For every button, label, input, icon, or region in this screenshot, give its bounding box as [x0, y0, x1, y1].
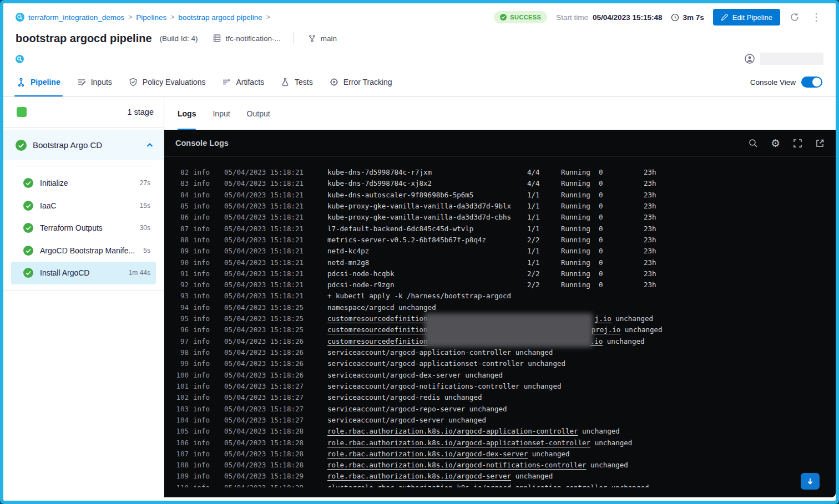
breadcrumb-link[interactable]: bootstrap argocd pipeline — [178, 13, 262, 22]
search-icon[interactable] — [749, 139, 758, 148]
log-line: 107info05/04/2023 15:18:28role.rbac.auth… — [174, 449, 836, 460]
log-message: clusterrole.rbac.authorization.k8s.io/ar… — [327, 482, 836, 487]
harness-module-icon — [16, 55, 24, 63]
log-timestamp: 05/04/2023 15:18:21 — [224, 212, 304, 223]
log-link[interactable]: proj.io — [592, 325, 621, 334]
duration-value: 3m 7s — [683, 13, 704, 22]
step-success-icon — [23, 201, 33, 211]
log-link[interactable]: role.rbac.authorization.k8s.io/argocd-ap… — [327, 427, 578, 435]
log-text: serviceaccount/argocd-application-contro… — [327, 348, 553, 357]
scroll-to-bottom-button[interactable] — [801, 473, 820, 490]
edit-pipeline-button[interactable]: Edit Pipeline — [713, 9, 780, 26]
log-message: role.rbac.authorization.k8s.io/argocd-ap… — [327, 437, 836, 449]
pod-ready: 1/1 — [527, 201, 540, 212]
user-avatar-icon[interactable] — [745, 54, 755, 64]
log-tab-input[interactable]: Input — [213, 97, 230, 130]
log-timestamp: 05/04/2023 15:18:21 — [224, 223, 304, 235]
divider — [293, 32, 294, 44]
step-item[interactable]: Terraform Outputs30s — [11, 217, 156, 240]
step-item[interactable]: Initialize27s — [11, 172, 156, 195]
step-item[interactable]: Install ArgoCD1m 44s — [11, 262, 156, 284]
log-line-number: 98 — [174, 347, 189, 358]
log-message: role.rbac.authorization.k8s.io/argocd-ap… — [327, 426, 836, 437]
log-line-number: 91 — [174, 268, 189, 279]
log-text: serviceaccount/argocd-dex-server unchang… — [327, 371, 503, 379]
branch-chip[interactable]: main — [308, 34, 337, 43]
pod-restarts: 0 — [599, 246, 603, 257]
repo-chip[interactable]: tfc-notification-... — [213, 34, 281, 43]
step-success-icon — [23, 268, 33, 278]
pod-name: metrics-server-v0.5.2-6bf845b67f-p8q4z — [327, 236, 486, 244]
log-level: info — [193, 201, 210, 212]
log-timestamp: 05/04/2023 15:18:27 — [224, 381, 304, 392]
log-level: info — [193, 212, 210, 223]
log-link[interactable]: j.io — [595, 314, 611, 323]
chevron-up-icon[interactable] — [146, 141, 154, 149]
log-content: LogsInputOutput Console Logs ⚙ — [164, 97, 836, 497]
pod-name: kube-dns-7d5998784c-xj8x2 — [327, 179, 432, 187]
log-line: 97info05/04/2023 15:18:26customresourced… — [174, 336, 836, 347]
repo-name: tfc-notification-... — [226, 34, 281, 43]
pod-ready: 1/1 — [527, 212, 540, 223]
log-message: kube-dns-autoscaler-9f89698b6-5p6m51/1Ru… — [327, 190, 836, 201]
tab-inputs[interactable]: Inputs — [77, 68, 112, 96]
log-timestamp: 05/04/2023 15:18:28 — [224, 449, 304, 460]
console-header: Console Logs ⚙ — [164, 130, 836, 157]
log-message: pdcsi-node-hcqbk2/2Running023h — [327, 268, 836, 279]
tab-tests[interactable]: Tests — [281, 68, 313, 96]
log-line-number: 105 — [174, 426, 189, 437]
log-timestamp: 05/04/2023 15:18:21 — [224, 257, 304, 268]
more-options-button[interactable]: ⋮ — [809, 12, 823, 22]
stage-row[interactable]: Bootstrap Argo CD — [3, 130, 164, 160]
step-name: Initialize — [40, 179, 68, 187]
log-link[interactable]: role.rbac.authorization.k8s.io/argocd-de… — [327, 450, 528, 458]
fullscreen-icon[interactable] — [793, 139, 802, 148]
pod-restarts: 0 — [599, 268, 603, 279]
log-link[interactable]: customresourcedefinition — [327, 314, 428, 323]
pod-age: 23h — [644, 167, 656, 178]
step-item[interactable]: IaaC15s — [11, 195, 156, 217]
settings-gear-icon[interactable]: ⚙ — [771, 138, 780, 149]
step-duration: 30s — [140, 224, 150, 232]
log-line: 94info05/04/2023 15:18:25namespace/argoc… — [174, 302, 836, 313]
log-line: 91info05/04/2023 15:18:21pdcsi-node-hcqb… — [174, 268, 836, 279]
log-timestamp: 05/04/2023 15:18:25 — [224, 302, 304, 313]
open-in-new-icon[interactable] — [815, 139, 825, 148]
log-link[interactable]: role.rbac.authorization.k8s.io/argocd-ap… — [327, 439, 590, 447]
log-link[interactable]: customresourcedefinition — [327, 325, 428, 334]
pod-name: netd-kc4pz — [327, 247, 369, 255]
status-label: SUCCESS — [510, 14, 541, 21]
console-view-label: Console View — [750, 78, 796, 86]
success-check-icon — [500, 14, 507, 21]
log-level: info — [193, 437, 210, 449]
log-line: 108info05/04/2023 15:18:28role.rbac.auth… — [174, 460, 836, 471]
log-tab-output[interactable]: Output — [247, 97, 270, 130]
log-link[interactable]: role.rbac.authorization.k8s.io/argocd-no… — [327, 461, 587, 469]
step-duration: 1m 44s — [129, 269, 150, 277]
pod-restarts: 0 — [599, 212, 603, 223]
tab-artifacts[interactable]: Artifacts — [222, 68, 264, 96]
log-link[interactable]: .io — [590, 337, 603, 345]
step-item[interactable]: ArgoCD Bootstrap Manife...5s — [11, 240, 156, 262]
tab-policy-evaluations[interactable]: Policy Evaluations — [129, 68, 206, 96]
tab-error-tracking[interactable]: Error Tracking — [330, 68, 392, 96]
pod-age: 23h — [644, 223, 656, 235]
log-timestamp: 05/04/2023 15:18:29 — [224, 482, 304, 487]
header-row-top: terraform_integration_demos>Pipelines>bo… — [16, 3, 823, 27]
log-link[interactable]: customresourcedefinition — [327, 337, 428, 345]
log-link[interactable]: role.rbac.authorization.k8s.io/argocd-se… — [327, 472, 511, 480]
tab-pipeline[interactable]: Pipeline — [17, 68, 60, 96]
log-line: 105info05/04/2023 15:18:28role.rbac.auth… — [174, 426, 836, 437]
breadcrumb: terraform_integration_demos>Pipelines>bo… — [16, 13, 270, 22]
pipeline-icon — [17, 78, 26, 86]
log-tab-logs[interactable]: Logs — [178, 97, 196, 130]
pod-age: 23h — [644, 178, 656, 189]
refresh-button[interactable] — [789, 12, 800, 23]
breadcrumb-separator: > — [266, 13, 270, 21]
breadcrumb-link[interactable]: terraform_integration_demos — [28, 13, 124, 22]
console-view-toggle[interactable] — [801, 77, 822, 88]
log-message: serviceaccount/argocd-server unchanged — [327, 415, 836, 426]
app-window: terraform_integration_demos>Pipelines>bo… — [0, 0, 839, 504]
start-time-label: Start time — [556, 13, 588, 22]
breadcrumb-link[interactable]: Pipelines — [136, 13, 166, 22]
